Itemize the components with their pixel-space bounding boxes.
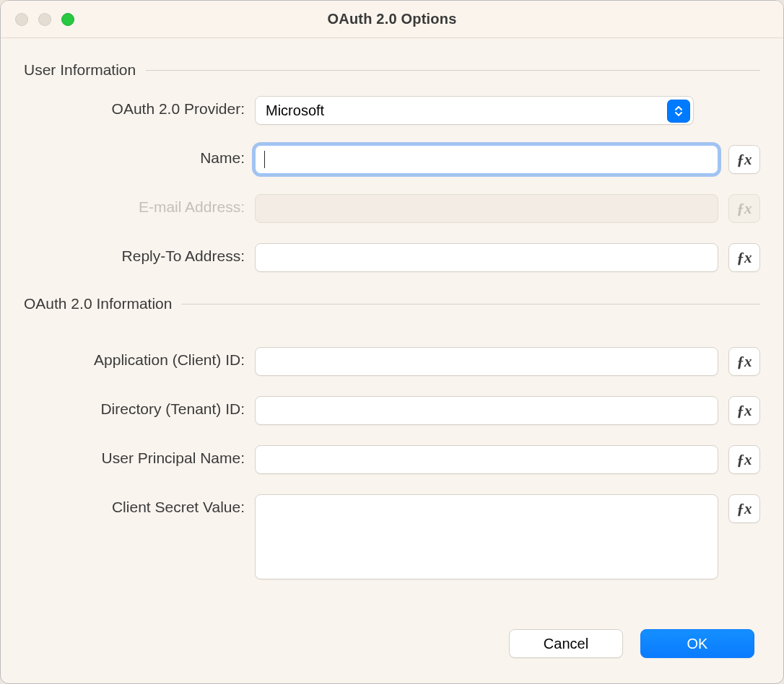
client-id-input[interactable] bbox=[255, 347, 718, 376]
upn-input[interactable] bbox=[255, 445, 718, 474]
label-upn: User Principal Name: bbox=[24, 445, 255, 467]
ok-button[interactable]: OK bbox=[640, 629, 754, 658]
label-name: Name: bbox=[24, 145, 255, 167]
row-client-id: Application (Client) ID: ƒx bbox=[24, 347, 760, 376]
text-caret-icon bbox=[264, 151, 265, 168]
label-client-id: Application (Client) ID: bbox=[24, 347, 255, 369]
label-replyto: Reply-To Address: bbox=[24, 243, 255, 265]
section-label-user-information: User Information bbox=[24, 61, 146, 79]
cancel-button[interactable]: Cancel bbox=[509, 629, 623, 658]
tenant-id-input[interactable] bbox=[255, 396, 718, 425]
row-replyto: Reply-To Address: ƒx bbox=[24, 243, 760, 272]
row-email: E-mail Address: ƒx bbox=[24, 194, 760, 223]
dialog-footer: Cancel OK bbox=[1, 624, 783, 683]
row-client-secret: Client Secret Value: ƒx bbox=[24, 494, 760, 579]
label-client-secret: Client Secret Value: bbox=[24, 494, 255, 516]
label-tenant-id: Directory (Tenant) ID: bbox=[24, 396, 255, 418]
fx-button-client-id[interactable]: ƒx bbox=[728, 347, 760, 376]
dialog-content: User Information OAuth 2.0 Provider: Mic… bbox=[1, 38, 783, 624]
divider bbox=[182, 304, 760, 304]
minimize-window-button[interactable] bbox=[38, 13, 51, 26]
row-name: Name: ƒx bbox=[24, 145, 760, 174]
section-oauth-information: OAuth 2.0 Information bbox=[24, 295, 760, 312]
client-secret-input[interactable] bbox=[255, 494, 718, 579]
window-controls bbox=[15, 1, 74, 38]
replyto-input[interactable] bbox=[255, 243, 718, 272]
row-tenant-id: Directory (Tenant) ID: ƒx bbox=[24, 396, 760, 425]
window-title: OAuth 2.0 Options bbox=[1, 11, 783, 27]
name-input[interactable] bbox=[255, 145, 718, 174]
section-label-oauth-information: OAuth 2.0 Information bbox=[24, 295, 182, 312]
label-oauth-provider: OAuth 2.0 Provider: bbox=[24, 96, 255, 118]
oauth-provider-value: Microsoft bbox=[266, 102, 324, 119]
row-upn: User Principal Name: ƒx bbox=[24, 445, 760, 474]
titlebar: OAuth 2.0 Options bbox=[1, 1, 783, 38]
close-window-button[interactable] bbox=[15, 13, 28, 26]
fx-button-name[interactable]: ƒx bbox=[728, 145, 760, 174]
fx-button-client-secret[interactable]: ƒx bbox=[728, 494, 760, 523]
fx-button-tenant-id[interactable]: ƒx bbox=[728, 396, 760, 425]
zoom-window-button[interactable] bbox=[61, 13, 74, 26]
dialog-window: OAuth 2.0 Options User Information OAuth… bbox=[0, 0, 784, 684]
fx-button-replyto[interactable]: ƒx bbox=[728, 243, 760, 272]
spacer bbox=[24, 330, 760, 347]
email-input bbox=[255, 194, 718, 223]
label-email: E-mail Address: bbox=[24, 194, 255, 216]
fx-button-email: ƒx bbox=[728, 194, 760, 223]
row-oauth-provider: OAuth 2.0 Provider: Microsoft bbox=[24, 96, 760, 125]
select-arrows-icon bbox=[667, 100, 690, 123]
oauth-provider-select[interactable]: Microsoft bbox=[255, 96, 694, 125]
divider bbox=[146, 70, 760, 71]
fx-button-upn[interactable]: ƒx bbox=[728, 445, 760, 474]
section-user-information: User Information bbox=[24, 61, 760, 79]
